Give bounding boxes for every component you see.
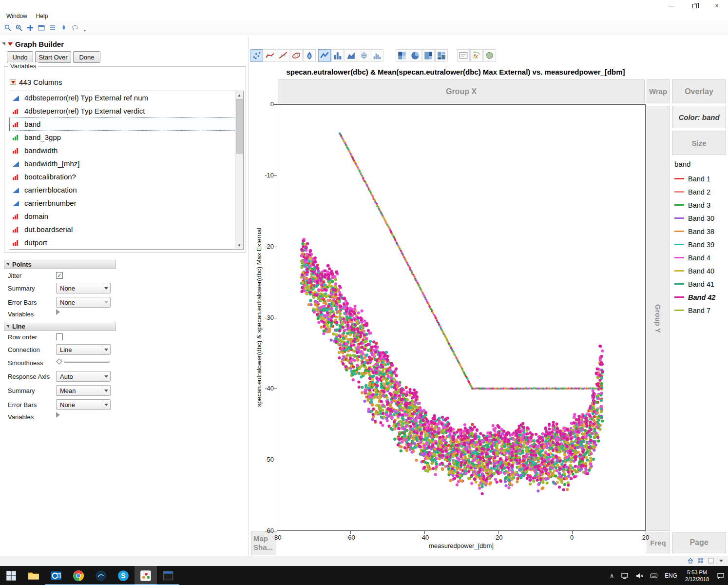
line-error-bars-dropdown[interactable]: None (56, 399, 111, 410)
list-item[interactable]: bandwidth_[mhz] (9, 157, 243, 170)
list-icon[interactable] (48, 23, 57, 33)
legend-item[interactable]: Band 4 (674, 251, 726, 264)
plot-canvas[interactable] (277, 105, 645, 530)
list-item[interactable]: dut.boardserial (9, 223, 243, 236)
page-drop-zone[interactable]: Page (672, 532, 726, 553)
start-over-button[interactable]: Start Over (35, 51, 71, 63)
legend-item[interactable]: Band 40 (674, 264, 726, 277)
restore-button[interactable] (683, 0, 706, 12)
pie-icon[interactable] (409, 49, 421, 62)
legend-item[interactable]: Band 38 (674, 225, 726, 238)
brush-icon[interactable] (59, 23, 69, 33)
list-item[interactable]: band_3gpp (9, 131, 243, 144)
smoothness-slider-thumb[interactable] (56, 358, 62, 365)
zoom-in-icon[interactable] (14, 23, 24, 33)
columns-list-scrollbar[interactable]: ▲ ▼ (235, 91, 243, 249)
row-order-checkbox[interactable] (56, 333, 63, 340)
line-section-header[interactable]: Line (4, 322, 116, 331)
taskbar-clock[interactable]: 5:53 PM 2/12/2018 (681, 566, 713, 585)
line-collapse-icon[interactable] (6, 325, 9, 328)
add-icon[interactable] (25, 23, 35, 33)
taskbar-app-window-icon[interactable] (157, 566, 179, 585)
keyboard-icon[interactable] (647, 566, 661, 585)
home-icon[interactable] (687, 557, 694, 565)
area-icon[interactable] (345, 49, 357, 62)
volume-muted-icon[interactable] (632, 566, 647, 585)
points-collapse-icon[interactable] (6, 263, 9, 266)
smoother-icon[interactable] (264, 49, 276, 62)
points-section-header[interactable]: Points (4, 260, 116, 269)
outline-collapse-icon[interactable] (2, 42, 5, 46)
overlay-drop-zone[interactable]: Overlay (672, 79, 726, 103)
red-triangle-menu-icon[interactable] (8, 42, 13, 46)
line-icon[interactable] (318, 49, 331, 62)
plot-region[interactable] (277, 104, 646, 531)
box-icon[interactable] (707, 557, 715, 565)
action-center-icon[interactable] (713, 566, 728, 585)
line-variables-expand-icon[interactable] (56, 412, 60, 418)
list-item[interactable]: domain (9, 210, 243, 223)
response-axis-dropdown[interactable]: Auto (56, 371, 111, 382)
ellipse-icon[interactable] (290, 49, 303, 62)
taskbar-skype-icon[interactable]: S (112, 566, 134, 585)
columns-list[interactable]: ▲ ▼ 4dbsteperror(rel) Typ External ref n… (9, 91, 244, 250)
contour-icon[interactable] (303, 49, 316, 62)
line-summary-dropdown[interactable]: Mean (56, 385, 111, 396)
toolbar-overflow-caret[interactable]: ▾ (84, 28, 86, 34)
list-item[interactable]: 4dbsteperror(rel) Typ External ref num (9, 91, 243, 104)
done-button[interactable]: Done (73, 51, 100, 63)
points-summary-dropdown[interactable]: None (56, 283, 111, 293)
legend-item[interactable]: Band 42 (674, 291, 726, 304)
taskbar-jmp-icon[interactable] (134, 566, 157, 585)
grid-icon[interactable] (697, 557, 705, 565)
list-item[interactable]: 4dbsteperror(rel) Typ External verdict (9, 104, 243, 117)
group-y-drop-zone[interactable]: Group Y (647, 106, 670, 531)
list-item[interactable]: carrierrblocation (9, 183, 243, 196)
points-variables-expand-icon[interactable] (56, 309, 60, 315)
close-button[interactable]: × (706, 0, 728, 12)
scroll-down-icon[interactable]: ▼ (235, 241, 243, 249)
box-plot-icon[interactable] (358, 49, 370, 62)
undo-button[interactable]: Undo (7, 51, 33, 63)
network-icon[interactable] (617, 566, 632, 585)
taskbar-app-dark-icon[interactable] (90, 566, 112, 585)
list-item[interactable]: dutport (9, 236, 243, 249)
caret-icon[interactable] (717, 557, 725, 565)
smoothness-slider-track[interactable] (64, 361, 110, 363)
taskbar-outlook-icon[interactable] (45, 566, 67, 585)
scrollbar-thumb[interactable] (236, 99, 243, 154)
group-x-drop-zone[interactable]: Group X (278, 79, 645, 103)
treemap-icon[interactable] (422, 49, 435, 62)
taskbar-chrome-icon[interactable] (67, 566, 90, 585)
taskbar-file-explorer-icon[interactable] (22, 566, 45, 585)
search-icon[interactable] (3, 23, 13, 33)
menu-help[interactable]: Help (33, 12, 52, 20)
list-item[interactable]: bootcalibration? (9, 170, 243, 183)
line-of-fit-icon[interactable] (277, 49, 289, 62)
taskbar-start-button[interactable] (0, 566, 22, 585)
legend-item[interactable]: Band 41 (674, 277, 726, 291)
list-item[interactable]: bandwidth (9, 144, 243, 157)
list-item[interactable]: carrierrbnumber (9, 196, 243, 210)
scroll-up-icon[interactable]: ▲ (235, 91, 243, 99)
minimize-button[interactable] (661, 0, 683, 12)
caption-box-icon[interactable] (457, 49, 470, 62)
size-drop-zone[interactable]: Size (672, 131, 726, 155)
list-item[interactable]: band (9, 117, 243, 131)
bar-icon[interactable] (331, 49, 344, 62)
window-icon[interactable] (37, 23, 46, 33)
color-drop-zone[interactable]: Color: band (672, 106, 726, 128)
legend-item[interactable]: Band 7 (674, 304, 726, 317)
heatmap-icon[interactable] (396, 49, 408, 62)
formula-icon[interactable]: fx (470, 49, 483, 62)
jitter-checkbox[interactable]: ✓ (56, 272, 63, 279)
points-icon[interactable] (250, 49, 263, 62)
legend-item[interactable]: Band 1 (674, 172, 726, 185)
mosaic-icon[interactable] (435, 49, 448, 62)
wrap-drop-zone[interactable]: Wrap (647, 79, 670, 103)
map-shape-icon[interactable] (483, 49, 496, 62)
histogram-icon[interactable] (371, 49, 383, 62)
legend-item[interactable]: Band 39 (674, 238, 726, 251)
lasso-icon[interactable] (70, 23, 80, 33)
points-error-bars-dropdown[interactable]: None (56, 297, 111, 308)
